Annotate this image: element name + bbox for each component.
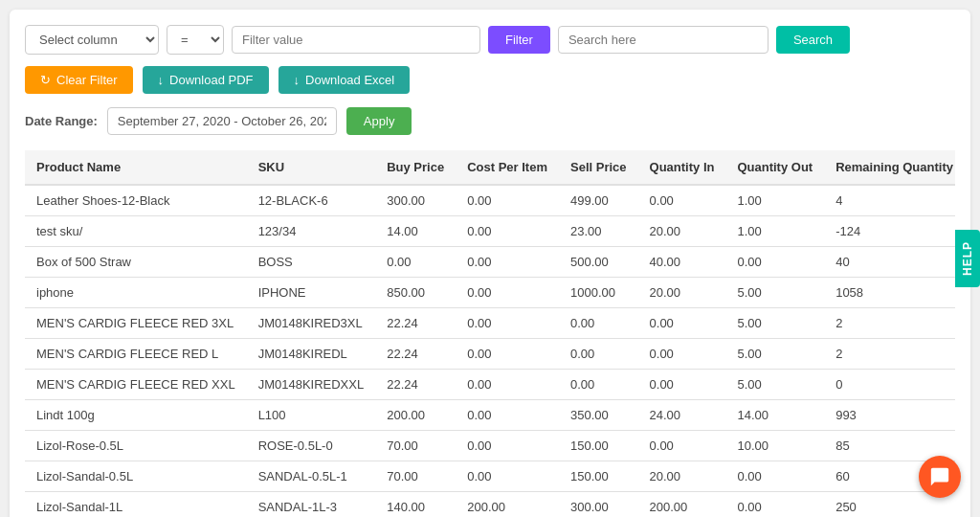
download-excel-label: Download Excel (305, 73, 394, 87)
table-cell: Box of 500 Straw (25, 247, 247, 278)
table-wrapper: Product Name SKU Buy Price Cost Per Item… (25, 150, 955, 517)
table-row: test sku/123/3414.000.0023.0020.001.00-1… (25, 216, 955, 247)
table-cell: BOSS (247, 247, 376, 278)
table-cell: 499.00 (559, 185, 638, 216)
col-sku: SKU (247, 150, 376, 185)
table-cell: 5.00 (725, 339, 824, 370)
table-cell: 23.00 (559, 216, 638, 247)
col-remaining-quantity: Remaining Quantity (824, 150, 955, 185)
table-row: Lindt 100gL100200.000.00350.0024.0014.00… (25, 400, 955, 431)
table-cell: 0.00 (456, 247, 559, 278)
table-cell: 70.00 (375, 461, 456, 492)
table-cell: 123/34 (247, 216, 376, 247)
table-cell: 40.00 (638, 247, 726, 278)
table-row: MEN'S CARDIG FLEECE RED 3XLJM0148KIRED3X… (25, 308, 955, 339)
table-cell: 0.00 (559, 339, 638, 370)
table-cell: 850.00 (375, 278, 456, 308)
inventory-table: Product Name SKU Buy Price Cost Per Item… (25, 150, 955, 517)
action-row: ↻ Clear Filter ↓ Download PDF ↓ Download… (25, 66, 955, 94)
header-row: Product Name SKU Buy Price Cost Per Item… (25, 150, 955, 185)
download-pdf-button[interactable]: ↓ Download PDF (143, 66, 269, 94)
table-cell: 1.00 (725, 185, 824, 216)
table-cell: 22.24 (375, 308, 456, 339)
table-row: Box of 500 StrawBOSS0.000.00500.0040.000… (25, 247, 955, 278)
table-cell: Lizol-Sandal-1L (25, 492, 247, 518)
table-cell: JM0148KIRED3XL (247, 308, 376, 339)
filter-button[interactable]: Filter (488, 26, 550, 54)
table-cell: 500.00 (559, 247, 638, 278)
table-cell: test sku/ (25, 216, 247, 247)
table-cell: 22.24 (375, 370, 456, 400)
table-cell: 20.00 (638, 278, 726, 308)
table-cell: 12-BLACK-6 (247, 185, 376, 216)
col-sell-price: Sell Price (559, 150, 638, 185)
download-excel-button[interactable]: ↓ Download Excel (278, 66, 411, 94)
table-cell: 5.00 (725, 370, 824, 400)
table-cell: Lindt 100g (25, 400, 247, 431)
download-pdf-label: Download PDF (169, 73, 253, 87)
table-cell: 5.00 (725, 278, 824, 308)
table-cell: 0.00 (638, 308, 726, 339)
col-cost-per-item: Cost Per Item (456, 150, 559, 185)
clear-filter-button[interactable]: ↻ Clear Filter (25, 66, 133, 94)
table-cell: 40 (824, 247, 955, 278)
table-cell: 0.00 (456, 216, 559, 247)
chat-bubble[interactable] (919, 456, 961, 498)
col-product-name: Product Name (25, 150, 247, 185)
table-cell: JM0148KIREDL (247, 339, 376, 370)
table-cell: ROSE-0.5L-0 (247, 431, 376, 461)
table-cell: 24.00 (638, 400, 726, 431)
apply-button[interactable]: Apply (346, 107, 412, 135)
table-cell: 1058 (824, 278, 955, 308)
table-row: Lizol-Rose-0.5LROSE-0.5L-070.000.00150.0… (25, 431, 955, 461)
table-row: iphoneIPHONE850.000.001000.0020.005.0010… (25, 278, 955, 308)
table-cell: 0.00 (375, 247, 456, 278)
table-cell: -124 (824, 216, 955, 247)
table-cell: 0.00 (638, 431, 726, 461)
table-cell: 2 (824, 339, 955, 370)
table-cell: 0.00 (559, 308, 638, 339)
table-cell: 5.00 (725, 308, 824, 339)
table-row: MEN'S CARDIG FLEECE RED LJM0148KIREDL22.… (25, 339, 955, 370)
table-cell: 0.00 (456, 185, 559, 216)
table-cell: SANDAL-1L-3 (247, 492, 376, 518)
table-cell: 20.00 (638, 461, 726, 492)
column-select[interactable]: Select column (25, 25, 159, 55)
table-cell: 300.00 (375, 185, 456, 216)
table-cell: 0.00 (456, 308, 559, 339)
table-cell: 14.00 (725, 400, 824, 431)
operator-select[interactable]: = (167, 25, 224, 55)
table-cell: 0.00 (456, 461, 559, 492)
filter-value-input[interactable] (232, 26, 480, 54)
date-range-input[interactable] (107, 107, 337, 135)
date-range-label: Date Range: (25, 114, 98, 128)
search-input[interactable] (558, 26, 768, 54)
table-cell: SANDAL-0.5L-1 (247, 461, 376, 492)
col-buy-price: Buy Price (375, 150, 456, 185)
table-cell: 0.00 (725, 492, 824, 518)
table-cell: 993 (824, 400, 955, 431)
download-excel-icon: ↓ (294, 73, 301, 87)
table-header: Product Name SKU Buy Price Cost Per Item… (25, 150, 955, 185)
table-cell: 22.24 (375, 339, 456, 370)
table-row: Lizol-Sandal-1LSANDAL-1L-3140.00200.0030… (25, 492, 955, 518)
table-cell: 300.00 (559, 492, 638, 518)
table-cell: 0.00 (638, 185, 726, 216)
table-cell: 0.00 (456, 431, 559, 461)
table-cell: 0.00 (725, 247, 824, 278)
col-quantity-in: Quantity In (638, 150, 726, 185)
table-cell: 0.00 (725, 461, 824, 492)
clear-filter-label: Clear Filter (56, 73, 118, 87)
table-row: Leather Shoes-12-Black12-BLACK-6300.000.… (25, 185, 955, 216)
search-button[interactable]: Search (776, 26, 850, 54)
table-row: MEN'S CARDIG FLEECE RED XXLJM0148KIREDXX… (25, 370, 955, 400)
table-cell: MEN'S CARDIG FLEECE RED L (25, 339, 247, 370)
table-row: Lizol-Sandal-0.5LSANDAL-0.5L-170.000.001… (25, 461, 955, 492)
help-tab[interactable]: HELP (955, 230, 980, 287)
table-cell: MEN'S CARDIG FLEECE RED XXL (25, 370, 247, 400)
table-cell: 4 (824, 185, 955, 216)
table-cell: 10.00 (725, 431, 824, 461)
table-cell: 0.00 (456, 370, 559, 400)
table-cell: 1000.00 (559, 278, 638, 308)
table-cell: 2 (824, 308, 955, 339)
